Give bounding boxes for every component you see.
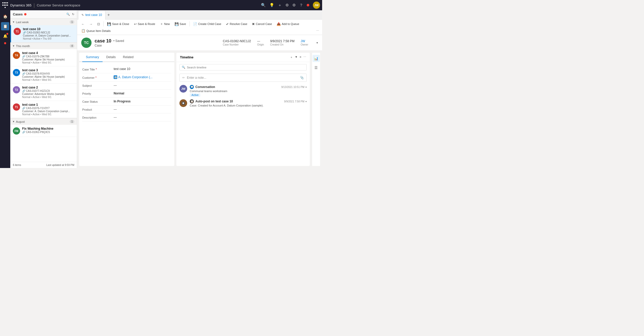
timeline-header: Timeline ＋ ▼ ≡ ⋯: [176, 53, 310, 62]
entry-avatar-1: [179, 99, 187, 107]
tab-pencil-icon: ✎: [81, 13, 84, 17]
settings-icon[interactable]: ⚙: [292, 3, 296, 7]
record-subtitle: Case: [95, 44, 220, 47]
create-child-button[interactable]: 📄 Create Child Case: [191, 21, 223, 27]
created-on-value: 9/9/2021 7:58 PM: [270, 39, 295, 43]
add-queue-label: Add to Queue: [282, 22, 299, 25]
save-icon: 💾: [175, 22, 179, 26]
rs-icon-2[interactable]: ☰: [313, 64, 320, 71]
case-number-label: Case Number: [223, 43, 239, 46]
tab-summary[interactable]: Summary: [82, 53, 103, 62]
case-item-5[interactable]: FM Fix Washing Machine 🔗CAS-01062-P8Q3C5: [10, 125, 77, 137]
save-route-icon: ↩: [134, 22, 137, 26]
sidebar-cases-icon[interactable]: 📋: [1, 22, 9, 30]
record-saved-status: • Saved: [113, 39, 124, 43]
toolbar-more-button[interactable]: ⋯: [315, 28, 320, 33]
forward-icon: →: [89, 22, 93, 26]
refresh-icon: ⊡: [97, 22, 100, 26]
queue-details-button[interactable]: 📋 Queue Item Details: [79, 28, 113, 34]
group-august[interactable]: ▾ August 1: [10, 118, 77, 125]
record-chevron-icon[interactable]: ▾: [316, 41, 318, 45]
save-close-button[interactable]: 💾 Save & Close: [105, 21, 131, 27]
product-value[interactable]: ---: [114, 108, 171, 111]
user-avatar[interactable]: JW: [313, 2, 320, 9]
tab-related[interactable]: Related: [119, 53, 137, 62]
group-label-2: This month: [16, 45, 30, 48]
cases-refresh-icon[interactable]: ↻: [72, 13, 74, 16]
record-meta: CAS-01082-N0C1J2 Case Number --- Origin …: [223, 39, 318, 46]
save-button[interactable]: 💾 Save: [173, 21, 188, 27]
group-last-week[interactable]: ▾ Last week 1: [10, 19, 77, 25]
timeline-attach-icon[interactable]: 📎: [300, 76, 304, 79]
origin-item: --- Origin: [257, 39, 264, 46]
case-title-label: Case Title *: [82, 67, 111, 71]
case-info-2: test case 3 🔗CAS-01078-R3X4Y8 Customer: …: [22, 68, 74, 81]
timeline-note-area[interactable]: ✏ Enter a note... 📎: [179, 74, 307, 82]
help-icon[interactable]: ？: [299, 3, 303, 8]
waffle-menu[interactable]: [2, 2, 8, 8]
resolve-button[interactable]: ✔ Resolve Case: [224, 21, 249, 27]
tab-details[interactable]: Details: [103, 53, 119, 62]
sidebar-home-icon[interactable]: 🏠: [1, 12, 9, 21]
save-route-label: Save & Route: [138, 22, 155, 25]
case-status-label: Case Status: [82, 100, 111, 103]
save-close-icon: 💾: [107, 22, 111, 26]
lightbulb-icon[interactable]: 💡: [269, 3, 274, 7]
case-name-0: test case 10: [23, 27, 74, 31]
plus-icon[interactable]: ＋: [278, 3, 282, 8]
add-queue-button[interactable]: 📥 Add to Queue: [275, 21, 301, 27]
brand: Dynamics 365 | Customer Service workspac…: [10, 3, 80, 8]
sidebar-bell-wrap: 🔔: [1, 32, 9, 40]
case-item-3[interactable]: T2 test case 2 🔗CAS-01077-H2Z1C9 Custome…: [10, 84, 77, 101]
entry-chevron-0[interactable]: ▾: [305, 86, 307, 89]
case-title-value[interactable]: test case 10: [114, 67, 171, 71]
save-route-button[interactable]: ↩ Save & Route: [132, 21, 157, 27]
tab-add-button[interactable]: +: [105, 12, 112, 18]
tab-active[interactable]: ✎ test case 10: [78, 10, 105, 20]
main-content: ✎ test case 10 + ← → ⊡ 💾 Save & Close ↩: [77, 10, 322, 168]
owner-value[interactable]: JW: [301, 39, 305, 43]
rs-icon-active[interactable]: 📊: [313, 55, 320, 62]
search-icon[interactable]: 🔍: [261, 3, 266, 7]
queue-details-label: Queue Item Details: [86, 29, 111, 32]
case-item-0[interactable]: T1 test case 10 🔗CAS-01082-N0C1J2 Custom…: [10, 25, 77, 42]
case-info-0: test case 10 🔗CAS-01082-N0C1J2 Customer:…: [23, 27, 74, 40]
case-status-value[interactable]: In Progress: [114, 100, 171, 103]
timeline-filter-icon[interactable]: ▼: [295, 55, 298, 59]
new-button[interactable]: ＋ New: [158, 21, 172, 27]
customer-value[interactable]: 🏢 A. Datum Corporation (...: [114, 75, 171, 79]
timeline-more-icon[interactable]: ⋯: [303, 55, 306, 59]
filter-icon[interactable]: ⚙: [285, 3, 289, 7]
back-icon: ←: [81, 22, 85, 26]
timeline-search-input[interactable]: [187, 66, 304, 69]
entry-chevron-1[interactable]: ▾: [305, 100, 307, 103]
priority-value[interactable]: Normal: [114, 92, 171, 95]
case-item-4[interactable]: T1 test case 1 🔗CAS-01076-Y1V3Y7 Custome…: [10, 101, 77, 118]
form-row-customer: Customer * 🏢 A. Datum Corporation (...: [82, 73, 171, 82]
sidebar-bell-icon[interactable]: 🔔: [1, 32, 9, 40]
form-panel: Summary Details Related Case Title * tes…: [79, 53, 174, 166]
subject-value[interactable]: ---: [114, 84, 171, 87]
description-value[interactable]: ---: [114, 116, 171, 119]
timeline-entries: JW 💬 Conversation 9/13/2021 10:51 PM ▾ C: [176, 83, 310, 166]
case-item-1[interactable]: T4 test case 4 🔗CAS-01079-Z8K7B8 Custome…: [10, 49, 77, 66]
timeline-list-icon[interactable]: ≡: [300, 55, 301, 59]
case-item-2[interactable]: T3 test case 3 🔗CAS-01078-R3X4Y8 Custome…: [10, 66, 77, 84]
refresh-button[interactable]: ⊡: [95, 21, 102, 27]
case-meta-1: Normal • Active • Wed 9/1: [22, 61, 74, 64]
top-nav: Dynamics 365 | Customer Service workspac…: [0, 0, 322, 10]
save-close-label: Save & Close: [112, 22, 129, 25]
priority-label: Priority: [82, 92, 111, 95]
timeline-add-icon[interactable]: ＋: [290, 55, 293, 59]
cases-search-icon[interactable]: 🔍: [66, 13, 70, 16]
timeline-entry-0: JW 💬 Conversation 9/13/2021 10:51 PM ▾ C: [179, 85, 307, 97]
sidebar-contacts-icon[interactable]: [4, 42, 6, 44]
forward-button[interactable]: →: [87, 21, 95, 27]
case-meta-4: Normal • Active • Wed 9/1: [22, 113, 74, 116]
group-this-month[interactable]: ▾ This month 4: [10, 42, 77, 49]
case-id-4: 🔗CAS-01076-Y1V3Y7: [22, 107, 74, 110]
back-button[interactable]: ←: [79, 21, 87, 27]
timeline-search[interactable]: 🔍: [179, 64, 307, 70]
entry-body-0: 💬 Conversation 9/13/2021 10:51 PM ▾ Comm…: [190, 85, 307, 97]
cancel-button[interactable]: ✖ Cancel Case: [250, 21, 274, 27]
